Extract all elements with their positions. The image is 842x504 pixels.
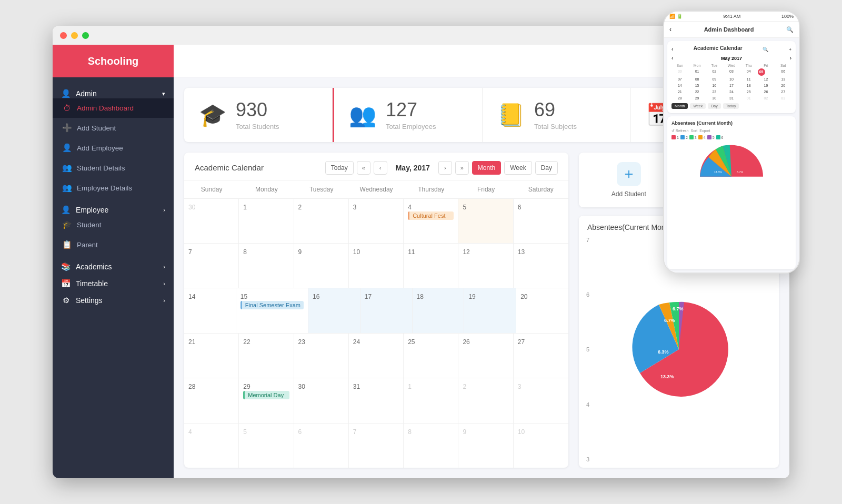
maximize-btn[interactable] <box>82 32 89 39</box>
cal-cell[interactable]: 24 <box>349 334 404 378</box>
cal-cell[interactable]: 19 <box>464 288 516 332</box>
cal-date[interactable]: 01 <box>740 95 757 101</box>
sidebar-item-add-employee[interactable]: 👤 Add Employee <box>53 138 174 158</box>
cal-cell[interactable]: 30 <box>294 378 349 422</box>
cal-cell-event[interactable]: 4 Cultural Fest <box>404 199 458 243</box>
sidebar-item-admin[interactable]: 👤 Admin ▾ <box>53 82 174 98</box>
cal-cell[interactable]: 23 <box>294 334 349 378</box>
cal-date[interactable]: 15 <box>689 83 706 88</box>
cal-date[interactable]: 04 <box>740 68 757 76</box>
cal-cell[interactable]: 6 <box>514 199 568 243</box>
cal-date[interactable]: 14 <box>671 83 688 88</box>
minimize-btn[interactable] <box>71 32 78 39</box>
sidebar-item-admin-dashboard[interactable]: ⏱ Admin Dashboard <box>53 98 174 118</box>
cal-date[interactable]: 06 <box>775 68 789 76</box>
cal-date[interactable]: 02 <box>706 68 723 76</box>
cal-date[interactable]: 29 <box>689 95 706 101</box>
phone-week-tab[interactable]: Week <box>690 103 706 109</box>
sidebar-item-timetable[interactable]: 📅 Timetable › <box>53 271 174 288</box>
cal-date[interactable]: 31 <box>723 95 740 101</box>
cultural-fest-event[interactable]: Cultural Fest <box>408 211 454 220</box>
cal-cell[interactable]: 5 <box>239 424 294 468</box>
cal-date[interactable]: 24 <box>723 89 740 95</box>
cal-date[interactable]: 16 <box>706 83 723 88</box>
today-button[interactable]: Today <box>325 161 354 175</box>
prev-button[interactable]: ‹ <box>374 161 387 175</box>
cal-date[interactable]: 03 <box>775 95 789 101</box>
cal-date[interactable]: 03 <box>723 68 740 76</box>
cal-date[interactable]: 30 <box>706 95 723 101</box>
cal-date[interactable]: 10 <box>723 76 740 82</box>
cal-cell[interactable]: 12 <box>458 244 513 288</box>
cal-cell[interactable]: 14 <box>184 288 236 332</box>
phone-back-icon[interactable]: ‹ <box>669 26 671 33</box>
cal-cell[interactable]: 7 <box>349 424 404 468</box>
sidebar-item-student[interactable]: 🎓 Student <box>53 215 174 235</box>
cal-cell[interactable]: 17 <box>360 288 413 332</box>
cal-cell[interactable]: 3 <box>514 378 568 422</box>
cal-cell[interactable]: 3 <box>349 199 404 243</box>
phone-refresh-action[interactable]: ↺ Refresh <box>671 129 688 133</box>
sidebar-item-employee[interactable]: 👤 Employee › <box>53 198 174 215</box>
cal-cell[interactable]: 30 <box>184 199 239 243</box>
phone-day-tab[interactable]: Day <box>708 103 720 109</box>
cal-cell[interactable]: 16 <box>308 288 360 332</box>
cal-date[interactable]: 01 <box>689 68 706 76</box>
cal-cell[interactable]: 26 <box>458 334 513 378</box>
cal-date[interactable]: 20 <box>775 83 789 88</box>
cal-date[interactable]: 19 <box>758 83 775 88</box>
cal-cell[interactable]: 7 <box>184 244 239 288</box>
cal-cell[interactable]: 2 <box>458 378 513 422</box>
cal-cell[interactable]: 8 <box>404 424 458 468</box>
sidebar-item-employee-details[interactable]: 👥 Employee Details <box>53 178 174 198</box>
final-exam-event[interactable]: Final Semester Exam <box>240 301 304 309</box>
cal-cell[interactable]: 2 <box>294 199 349 243</box>
cal-cell[interactable]: 10 <box>349 244 404 288</box>
week-view-button[interactable]: Week <box>504 161 532 175</box>
cal-cell[interactable]: 9 <box>458 424 513 468</box>
phone-export-action[interactable]: Export <box>699 129 710 133</box>
cal-cell[interactable]: 6 <box>294 424 349 468</box>
cal-date[interactable]: 28 <box>671 95 688 101</box>
cal-date[interactable]: 11 <box>740 76 757 82</box>
cal-cell[interactable]: 25 <box>404 334 458 378</box>
phone-cal-add[interactable]: + <box>789 47 789 52</box>
phone-month-prev[interactable]: ‹ <box>671 55 673 61</box>
cal-date[interactable]: 27 <box>775 89 789 95</box>
cal-cell[interactable]: 27 <box>514 334 568 378</box>
cal-cell-event[interactable]: 5 <box>458 199 513 243</box>
cal-date[interactable]: 13 <box>775 76 789 82</box>
cal-cell[interactable]: 13 <box>514 244 568 288</box>
cal-cell[interactable]: 18 <box>413 288 465 332</box>
cal-cell[interactable]: 4 <box>184 424 239 468</box>
cal-cell[interactable]: 1 <box>404 378 458 422</box>
cal-date[interactable]: 12 <box>758 76 775 82</box>
next-next-button[interactable]: » <box>455 161 469 175</box>
cal-date[interactable]: 08 <box>689 76 706 82</box>
sidebar-item-add-student[interactable]: ➕ Add Student <box>53 118 174 138</box>
cal-date[interactable]: 02 <box>758 95 775 101</box>
cal-cell[interactable]: 8 <box>239 244 294 288</box>
cal-date[interactable]: 30 <box>671 68 688 76</box>
sidebar-item-academics[interactable]: 📚 Academics › <box>53 255 174 271</box>
sidebar-item-settings[interactable]: ⚙ Settings › <box>53 288 174 305</box>
day-view-button[interactable]: Day <box>535 161 558 175</box>
memorial-day-event[interactable]: Memorial Day <box>243 391 289 399</box>
cal-date[interactable]: 07 <box>671 76 688 82</box>
cal-date[interactable]: 09 <box>706 76 723 82</box>
cal-date[interactable]: 22 <box>689 89 706 95</box>
cal-cell[interactable]: 10 <box>514 424 568 468</box>
close-btn[interactable] <box>60 32 67 39</box>
cal-cell[interactable]: 20 <box>516 288 568 332</box>
cal-cell[interactable]: 22 <box>239 334 294 378</box>
phone-sort-action[interactable]: Sort <box>690 129 697 133</box>
sidebar-item-student-details[interactable]: 👥 Student Details <box>53 158 174 178</box>
sidebar-item-parent[interactable]: 📋 Parent <box>53 235 174 255</box>
phone-today-tab[interactable]: Today <box>723 103 739 109</box>
prev-prev-button[interactable]: « <box>357 161 370 175</box>
phone-month-tab[interactable]: Month <box>671 103 688 109</box>
cal-date[interactable]: 26 <box>758 89 775 95</box>
cal-date[interactable]: 17 <box>723 83 740 88</box>
month-view-button[interactable]: Month <box>472 161 501 175</box>
cal-cell[interactable]: 9 <box>294 244 349 288</box>
